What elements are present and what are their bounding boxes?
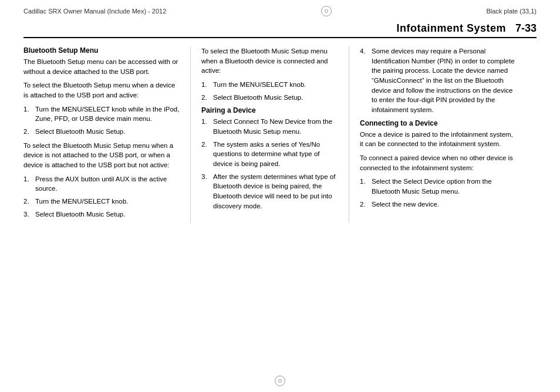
list-num: 2. (360, 200, 369, 209)
list-num: 2. (23, 197, 33, 207)
page-container: Cadillac SRX Owner Manual (Include Mex) … (0, 0, 560, 392)
header-circle-inner (325, 9, 328, 13)
list-item: 3.Select Bluetooth Music Setup. (23, 209, 180, 219)
header-right-text: Black plate (33,1) (486, 8, 537, 15)
section-title: Infotainment System (396, 22, 506, 35)
list-text: The system asks a series of Yes/No quest… (213, 140, 338, 169)
list-num: 3. (23, 209, 33, 219)
list-text: Press the AUX button until AUX is the ac… (35, 174, 180, 194)
list-item: 1.Select Connect To New Device from the … (201, 117, 338, 136)
col-middle: To select the Bluetooth Music Setup menu… (191, 46, 349, 223)
col-left-para1: The Bluetooth Setup menu can be accessed… (23, 57, 180, 76)
list-num: 1. (360, 177, 369, 196)
list-num: 3. (201, 172, 211, 211)
col-middle-para1: To select the Bluetooth Music Setup menu… (201, 46, 338, 76)
list-num: 2. (201, 140, 211, 169)
list-text: Select Bluetooth Music Setup. (35, 209, 180, 219)
list-item: 2.Select the new device. (360, 200, 517, 209)
content-area: Bluetooth Setup Menu The Bluetooth Setup… (23, 46, 537, 223)
footer-circle-inner (278, 379, 282, 383)
list-item: 2.The system asks a series of Yes/No que… (201, 140, 338, 169)
list-num: 1. (201, 80, 211, 90)
col-middle-list1: 1.Turn the MENU/SELECT knob.2.Select Blu… (201, 80, 338, 102)
col-right-para1: Once a device is paired to the infotainm… (360, 130, 517, 149)
col-left: Bluetooth Setup Menu The Bluetooth Setup… (23, 46, 191, 223)
header-left-text: Cadillac SRX Owner Manual (Include Mex) … (23, 8, 166, 15)
col-middle-heading: Pairing a Device (201, 106, 338, 114)
list-item: 1.Press the AUX button until AUX is the … (23, 174, 180, 194)
list-num: 1. (23, 174, 33, 194)
list-item: 1.Turn the MENU/SELECT knob while in the… (23, 104, 180, 124)
section-title-bar: Infotainment System 7-33 (23, 22, 537, 38)
list-num: 2. (23, 127, 33, 137)
list-item: 1.Turn the MENU/SELECT knob. (201, 80, 338, 90)
list-text: Turn the MENU/SELECT knob while in the i… (35, 104, 180, 124)
col-right-heading: Connecting to a Device (360, 119, 517, 127)
list-text: Select the Select Device option from the… (372, 177, 517, 196)
header-center (321, 6, 332, 16)
list-text: Select Connect To New Device from the Bl… (213, 117, 338, 136)
list-num: 1. (23, 104, 33, 124)
list-item: 1.Select the Select Device option from t… (360, 177, 517, 196)
col-right-list1: 4.Some devices may require a Personal Id… (360, 46, 517, 115)
list-text: After the system determines what type of… (213, 172, 338, 211)
col-right-list2: 1.Select the Select Device option from t… (360, 177, 517, 209)
col-left-para3: To select the Bluetooth Music Setup menu… (23, 141, 180, 170)
list-num: 2. (201, 93, 211, 103)
list-text: Turn the MENU/SELECT knob. (213, 80, 338, 90)
col-left-heading: Bluetooth Setup Menu (23, 46, 180, 55)
section-page-num: 7-33 (515, 22, 537, 35)
list-text: Select the new device. (372, 200, 517, 209)
col-right: 4.Some devices may require a Personal Id… (349, 46, 517, 223)
col-left-para2: To select the Bluetooth Setup menu when … (23, 80, 180, 100)
header-circle (321, 6, 332, 16)
list-item: 3.After the system determines what type … (201, 172, 338, 211)
list-item: 2.Select Bluetooth Music Setup. (201, 93, 338, 103)
list-item: 2.Select Bluetooth Music Setup. (23, 127, 180, 137)
col-middle-list2: 1.Select Connect To New Device from the … (201, 117, 338, 211)
col-left-list2: 1.Press the AUX button until AUX is the … (23, 174, 180, 219)
col-right-para2: To connect a paired device when no other… (360, 153, 517, 173)
list-text: Select Bluetooth Music Setup. (213, 93, 338, 103)
page-header: Cadillac SRX Owner Manual (Include Mex) … (23, 0, 537, 20)
list-text: Some devices may require a Personal Iden… (372, 46, 517, 115)
list-text: Select Bluetooth Music Setup. (35, 127, 180, 137)
page-footer (275, 376, 285, 386)
list-num: 1. (201, 117, 211, 136)
list-item: 2.Turn the MENU/SELECT knob. (23, 197, 180, 207)
list-num: 4. (360, 46, 369, 115)
list-text: Turn the MENU/SELECT knob. (35, 197, 180, 207)
footer-circle (275, 376, 285, 386)
list-item: 4.Some devices may require a Personal Id… (360, 46, 517, 115)
col-left-list1: 1.Turn the MENU/SELECT knob while in the… (23, 104, 180, 137)
